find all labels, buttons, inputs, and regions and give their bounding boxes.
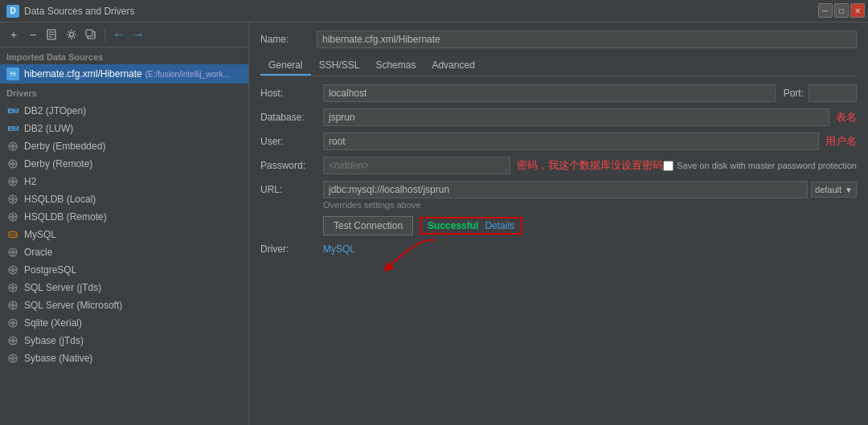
- data-source-item[interactable]: H hibernate.cfg.xml/Hibernate (E:/fusion…: [0, 64, 248, 84]
- driver-icon: [6, 246, 19, 259]
- driver-item[interactable]: Sqlite (Xerial): [0, 314, 248, 332]
- drivers-label: Drivers: [0, 84, 248, 100]
- driver-item[interactable]: Derby (Embedded): [0, 137, 248, 155]
- port-section: Port:: [784, 84, 857, 102]
- driver-row: Driver: MySQL: [260, 243, 857, 255]
- overrides-text: Overrides settings above: [323, 200, 857, 210]
- app-icon: D: [6, 5, 19, 18]
- arrow-annotation: [371, 232, 468, 288]
- driver-icon: [6, 352, 19, 365]
- host-input[interactable]: [323, 84, 776, 102]
- user-input[interactable]: [323, 133, 819, 150]
- name-input[interactable]: [317, 31, 857, 48]
- minimize-button[interactable]: ─: [818, 3, 833, 18]
- driver-label-text: HSQLDB (Local): [24, 194, 96, 205]
- remove-button[interactable]: −: [24, 26, 42, 43]
- driver-item[interactable]: IBM DB2 (JTOpen): [0, 102, 248, 120]
- main-container: + −: [0, 22, 868, 425]
- imported-label: Imported Data Sources: [0, 47, 248, 64]
- driver-label-text: MySQL: [24, 229, 56, 240]
- save-on-disk-checkbox[interactable]: [663, 161, 674, 171]
- svg-rect-6: [86, 30, 92, 36]
- driver-icon: [6, 334, 19, 347]
- driver-icon: [6, 264, 19, 276]
- driver-icon: [6, 157, 19, 170]
- driver-item[interactable]: H2: [0, 173, 248, 190]
- driver-icon: IBM: [6, 104, 19, 117]
- password-label: Password:: [260, 160, 323, 171]
- clone-icon: [85, 29, 96, 40]
- save-on-disk-label: Save on disk with master password protec…: [677, 161, 857, 170]
- title-bar-text: Data Sources and Drivers: [24, 6, 134, 17]
- close-button[interactable]: ✕: [850, 3, 865, 18]
- driver-icon: [6, 317, 19, 329]
- tabs-row: General SSH/SSL Schemas Advanced: [260, 56, 857, 76]
- url-input[interactable]: [323, 181, 808, 198]
- database-row: Database: 表名: [260, 108, 857, 126]
- driver-label-text: Derby (Remote): [24, 158, 92, 170]
- new-button[interactable]: [43, 26, 61, 43]
- driver-label-text: H2: [24, 176, 36, 187]
- driver-icon: SQL: [6, 228, 19, 241]
- settings-icon: [66, 29, 77, 40]
- left-panel: + −: [0, 22, 249, 425]
- port-input[interactable]: [809, 84, 857, 102]
- add-button[interactable]: +: [5, 26, 23, 43]
- settings-button[interactable]: [63, 26, 80, 43]
- driver-icon: [6, 299, 19, 312]
- success-text: Successful: [428, 220, 478, 231]
- tab-sshssl[interactable]: SSH/SSL: [311, 56, 368, 76]
- driver-icon: [6, 140, 19, 153]
- url-row: URL: default ▼: [260, 181, 857, 198]
- svg-point-4: [70, 33, 74, 37]
- driver-icon: IBM: [6, 122, 19, 135]
- driver-item[interactable]: Sybase (Native): [0, 349, 248, 367]
- driver-label: Driver:: [260, 243, 323, 255]
- database-input[interactable]: [323, 108, 829, 126]
- driver-item[interactable]: Sybase (jTds): [0, 332, 248, 349]
- name-row: Name:: [260, 31, 857, 48]
- driver-item[interactable]: IBM DB2 (LUW): [0, 120, 248, 137]
- window-controls: ─ □ ✕: [818, 3, 865, 18]
- tab-schemas[interactable]: Schemas: [367, 56, 424, 76]
- driver-item[interactable]: HSQLDB (Remote): [0, 208, 248, 226]
- right-panel: Name: General SSH/SSL Schemas Advanced H…: [249, 22, 868, 425]
- driver-item[interactable]: SQL Server (Microsoft): [0, 296, 248, 314]
- driver-label-text: SQL Server (Microsoft): [24, 300, 122, 311]
- url-dropdown-value: default: [815, 185, 841, 194]
- ds-icon: H: [6, 67, 19, 80]
- driver-item[interactable]: Derby (Remote): [0, 155, 248, 173]
- database-annotation: 表名: [836, 110, 857, 125]
- title-bar: D Data Sources and Drivers ─ □ ✕: [0, 0, 868, 22]
- driver-label-text: Sybase (jTds): [24, 335, 84, 346]
- ds-name: hibernate.cfg.xml/Hibernate: [24, 68, 142, 80]
- navigate-back-button[interactable]: ←: [110, 26, 128, 43]
- driver-icon: [6, 281, 19, 294]
- password-input[interactable]: [323, 157, 510, 174]
- tab-advanced[interactable]: Advanced: [424, 56, 482, 76]
- driver-item[interactable]: SQL Server (jTds): [0, 279, 248, 296]
- user-annotation: 用户名: [825, 134, 857, 149]
- port-label: Port:: [784, 88, 804, 99]
- driver-label-text: DB2 (JTOpen): [24, 105, 86, 116]
- driver-label-text: Sqlite (Xerial): [24, 317, 82, 329]
- host-row: Host: Port:: [260, 84, 857, 102]
- maximize-button[interactable]: □: [834, 3, 849, 18]
- driver-item[interactable]: Oracle: [0, 243, 248, 261]
- toolbar-separator: [104, 27, 105, 42]
- url-dropdown[interactable]: default ▼: [811, 182, 857, 198]
- driver-label-text: Sybase (Native): [24, 353, 92, 364]
- driver-item[interactable]: SQL MySQL: [0, 226, 248, 243]
- svg-text:SQL: SQL: [10, 232, 18, 237]
- driver-link[interactable]: MySQL: [323, 243, 355, 255]
- navigate-forward-button[interactable]: →: [129, 26, 147, 43]
- driver-label-text: DB2 (LUW): [24, 123, 73, 134]
- driver-item[interactable]: HSQLDB (Local): [0, 190, 248, 208]
- name-label: Name:: [260, 34, 317, 45]
- tab-general[interactable]: General: [260, 56, 311, 76]
- details-link[interactable]: Details: [485, 220, 514, 231]
- host-label: Host:: [260, 88, 323, 99]
- user-row: User: 用户名: [260, 133, 857, 150]
- driver-item[interactable]: PostgreSQL: [0, 261, 248, 279]
- clone-button[interactable]: [82, 26, 100, 43]
